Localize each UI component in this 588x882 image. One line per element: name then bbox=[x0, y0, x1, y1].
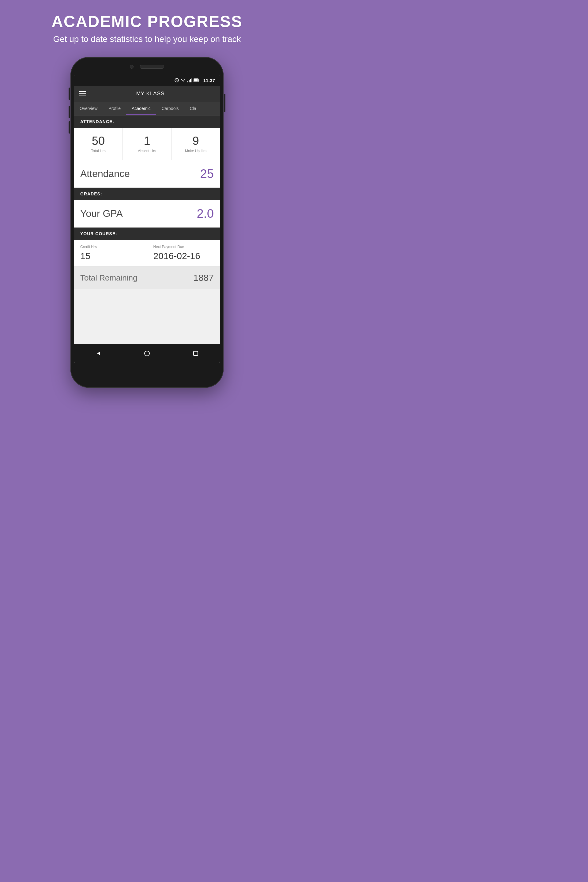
makeup-hrs-value: 9 bbox=[175, 135, 217, 148]
payment-cell-label: Next Payment Due bbox=[153, 245, 214, 249]
tab-overview[interactable]: Overview bbox=[74, 102, 103, 115]
recent-icon bbox=[192, 350, 200, 357]
signal-icon bbox=[188, 78, 192, 82]
tab-carpools[interactable]: Carpools bbox=[156, 102, 184, 115]
status-bar: 11:37 bbox=[74, 75, 220, 86]
attendance-section-header: ATTENDANCE: bbox=[74, 116, 220, 128]
phone-camera bbox=[130, 65, 134, 69]
svg-rect-11 bbox=[194, 351, 198, 356]
page-header: ACADEMIC PROGRESS Get up to date statist… bbox=[45, 0, 248, 51]
home-button[interactable] bbox=[141, 347, 153, 360]
app-bar: MY KLASS bbox=[74, 86, 220, 102]
signal-blocked-icon bbox=[175, 78, 179, 82]
total-hrs-cell: 50 Total Hrs bbox=[74, 128, 123, 160]
remaining-preview: Total Remaining 1887 bbox=[74, 266, 220, 289]
back-button[interactable] bbox=[92, 347, 104, 360]
absent-hrs-cell: 1 Absent Hrs bbox=[123, 128, 171, 160]
back-icon bbox=[94, 350, 102, 357]
attendance-stats-row: 50 Total Hrs 1 Absent Hrs 9 Make Up Hrs bbox=[74, 128, 220, 160]
svg-line-1 bbox=[176, 79, 178, 81]
svg-point-10 bbox=[144, 351, 150, 356]
attendance-metric-row: Attendance 25 bbox=[74, 160, 220, 188]
course-row: Credit Hrs 15 Next Payment Due 2016-02-1… bbox=[74, 240, 220, 266]
makeup-hrs-cell: 9 Make Up Hrs bbox=[171, 128, 220, 160]
course-section-header: YOUR COURSE: bbox=[74, 228, 220, 240]
absent-hrs-value: 1 bbox=[126, 135, 168, 148]
page-title: ACADEMIC PROGRESS bbox=[51, 12, 242, 31]
total-hrs-label: Total Hrs bbox=[77, 149, 119, 153]
total-hrs-value: 50 bbox=[77, 135, 119, 148]
svg-marker-9 bbox=[97, 352, 100, 355]
gpa-value: 2.0 bbox=[196, 207, 214, 220]
svg-rect-4 bbox=[190, 80, 191, 82]
phone-screen: 11:37 MY KLASS Overview Profile Academic… bbox=[74, 75, 220, 363]
gpa-row: Your GPA 2.0 bbox=[74, 200, 220, 228]
app-title: MY KLASS bbox=[86, 91, 215, 97]
attendance-value: 25 bbox=[200, 167, 214, 181]
phone-speaker bbox=[140, 65, 164, 69]
credit-hrs-cell-label: Credit Hrs bbox=[80, 245, 141, 249]
attendance-label: Attendance bbox=[80, 168, 130, 180]
screen-content: ATTENDANCE: 50 Total Hrs 1 Absent Hrs 9 … bbox=[74, 116, 220, 344]
wifi-icon bbox=[181, 78, 186, 82]
svg-rect-8 bbox=[198, 80, 200, 81]
status-time: 11:37 bbox=[203, 78, 215, 83]
gpa-label: Your GPA bbox=[80, 208, 123, 219]
credit-hrs-cell: Credit Hrs 15 bbox=[74, 240, 147, 266]
bottom-nav bbox=[74, 344, 220, 363]
payment-cell-value: 2016-02-16 bbox=[153, 251, 200, 261]
tab-academic[interactable]: Academic bbox=[126, 102, 156, 115]
remaining-label: Total Remaining bbox=[80, 273, 137, 283]
absent-hrs-label: Absent Hrs bbox=[126, 149, 168, 153]
grades-section-header: GRADES: bbox=[74, 188, 220, 200]
makeup-hrs-label: Make Up Hrs bbox=[175, 149, 217, 153]
phone-top-bar bbox=[74, 61, 220, 73]
svg-rect-5 bbox=[191, 78, 192, 82]
recent-button[interactable] bbox=[190, 347, 202, 360]
tabs-bar: Overview Profile Academic Carpools Cla bbox=[74, 102, 220, 116]
phone-frame: 11:37 MY KLASS Overview Profile Academic… bbox=[70, 57, 224, 388]
svg-rect-2 bbox=[188, 81, 188, 82]
battery-icon bbox=[194, 78, 200, 82]
tab-profile[interactable]: Profile bbox=[103, 102, 126, 115]
remaining-value: 1887 bbox=[193, 273, 214, 283]
hamburger-menu[interactable] bbox=[79, 91, 86, 96]
tab-classes[interactable]: Cla bbox=[184, 102, 202, 115]
payment-cell: Next Payment Due 2016-02-16 bbox=[147, 240, 220, 266]
svg-rect-7 bbox=[194, 80, 198, 81]
home-icon bbox=[143, 350, 151, 357]
status-icons bbox=[175, 78, 200, 82]
svg-rect-3 bbox=[189, 80, 190, 82]
credit-hrs-cell-value: 15 bbox=[80, 251, 90, 261]
page-subtitle: Get up to date statistics to help you ke… bbox=[51, 34, 242, 45]
